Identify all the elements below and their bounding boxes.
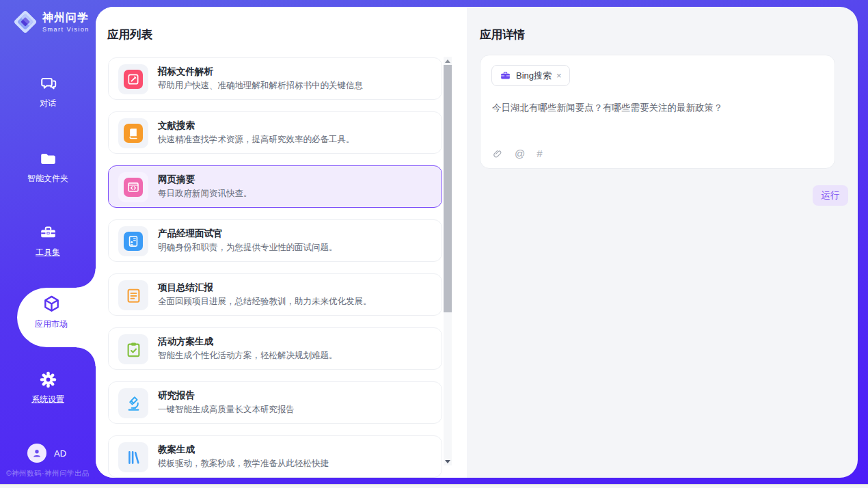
app-icon-container [118, 118, 148, 148]
app-card[interactable]: 招标文件解析 帮助用户快速、准确地理解和解析招标书中的关键信息 [108, 57, 442, 100]
app-icon-container [118, 388, 148, 418]
icon-book [124, 124, 143, 143]
sidebar-item-label: 应用市场 [17, 318, 85, 330]
app-card-description: 快速精准查找学术资源，提高研究效率的必备工具。 [158, 134, 355, 146]
diamond-logo-icon [12, 9, 38, 35]
sidebar-item-label: 工具集 [0, 247, 96, 258]
hash-icon[interactable]: # [537, 148, 542, 159]
icon-pen-square [124, 70, 143, 89]
icon-clipboard-check [124, 340, 143, 359]
bubble-fillet-top [77, 269, 96, 288]
app-icon-container [118, 64, 148, 94]
sidebar-item-label: 智能文件夹 [0, 173, 96, 185]
paperclip-icon[interactable] [492, 148, 503, 159]
app-icon-container [118, 226, 148, 256]
app-icon-container [118, 442, 148, 472]
sidebar: 神州问学 Smart Vision 对话 智能文件夹 [0, 0, 96, 488]
app-list-panel: 应用列表 招标文件解析 帮助用户快速、准确地理解和解析招标书中的关键信息 [96, 7, 467, 478]
main-content: 应用列表 招标文件解析 帮助用户快速、准确地理解和解析招标书中的关键信息 [96, 7, 858, 478]
bottom-edge-strip [0, 484, 868, 488]
app-card-description: 模板驱动，教案秒成，教学准备从此轻松快捷 [158, 458, 329, 470]
app-card-title: 产品经理面试官 [158, 228, 223, 240]
app-detail-panel: 应用详情 Bing搜索 × 今日湖北有哪些新闻要点？有哪些需要关注的最新政策？ [467, 7, 858, 478]
app-card-title: 招标文件解析 [158, 66, 213, 78]
icon-books [124, 448, 143, 467]
app-card-list: 招标文件解析 帮助用户快速、准确地理解和解析招标书中的关键信息 文献搜索 快速精… [108, 57, 442, 478]
sidebar-item-app-market[interactable]: 应用市场 [17, 294, 85, 330]
sidebar-item-label: 对话 [0, 98, 96, 109]
brand-title: 神州问学 [42, 11, 90, 25]
app-card[interactable]: 文献搜索 快速精准查找学术资源，提高研究效率的必备工具。 [108, 111, 442, 154]
app-card-description: 一键智能生成高质量长文本研究报告 [158, 404, 295, 416]
tool-chip-label: Bing搜索 [516, 70, 552, 82]
app-card-description: 帮助用户快速、准确地理解和解析招标书中的关键信息 [158, 80, 363, 92]
app-card-description: 明确身份和职责，为您提供专业性的面试问题。 [158, 242, 338, 254]
app-card-title: 研究报告 [158, 390, 195, 402]
copyright-footer: ©神州数码·神州问学出品 [0, 469, 96, 478]
icon-microscope [124, 394, 143, 413]
icon-note [124, 286, 143, 305]
app-card[interactable]: 活动方案生成 智能生成个性化活动方案，轻松解决规划难题。 [108, 327, 442, 370]
icon-browser-code [124, 178, 143, 197]
app-card-title: 项目总结汇报 [158, 282, 213, 294]
scrollbar-up-arrow-icon[interactable] [444, 57, 452, 65]
app-card-description: 全面回顾项目进展，总结经验教训，助力未来优化发展。 [158, 296, 372, 308]
app-icon-container [118, 172, 148, 202]
app-card-description: 每日政府新闻资讯快查。 [158, 188, 252, 200]
at-icon[interactable]: @ [515, 148, 525, 159]
app-card[interactable]: 网页摘要 每日政府新闻资讯快查。 [108, 165, 442, 208]
query-input[interactable]: 今日湖北有哪些新闻要点？有哪些需要关注的最新政策？ [492, 102, 820, 114]
app-list-title: 应用列表 [107, 27, 152, 42]
bubble-fillet-bottom [77, 347, 96, 366]
scrollbar-thumb[interactable] [444, 65, 452, 312]
briefcase-icon [500, 70, 511, 81]
brand-logo: 神州问学 Smart Vision [12, 9, 90, 35]
app-card[interactable]: 研究报告 一键智能生成高质量长文本研究报告 [108, 381, 442, 424]
app-list-scrollbar[interactable] [444, 57, 452, 465]
sidebar-item-smart-folder[interactable]: 智能文件夹 [0, 150, 96, 185]
app-card-title: 文献搜索 [158, 120, 195, 132]
sidebar-item-label: 系统设置 [0, 394, 96, 405]
app-card[interactable]: 项目总结汇报 全面回顾项目进展，总结经验教训，助力未来优化发展。 [108, 273, 442, 316]
avatar [27, 444, 46, 463]
app-card-title: 活动方案生成 [158, 336, 213, 348]
sidebar-item-settings[interactable]: 系统设置 [0, 370, 96, 405]
app-card[interactable]: 教案生成 模板驱动，教案秒成，教学准备从此轻松快捷 [108, 435, 442, 478]
person-icon [31, 447, 43, 459]
brand-subtitle: Smart Vision [42, 26, 90, 33]
folder-icon [39, 150, 57, 168]
app-icon-container [118, 334, 148, 364]
gear-icon [39, 370, 57, 389]
prompt-input-card[interactable]: Bing搜索 × 今日湖北有哪些新闻要点？有哪些需要关注的最新政策？ @ # [480, 55, 835, 169]
chat-icon [39, 74, 57, 93]
input-toolbar: @ # [492, 148, 543, 159]
tool-chip-bing-search[interactable]: Bing搜索 × [491, 65, 570, 86]
chip-close-icon[interactable]: × [556, 71, 562, 80]
user-account[interactable]: AD [27, 444, 66, 463]
icon-person-doc [124, 232, 143, 251]
app-card-description: 智能生成个性化活动方案，轻松解决规划难题。 [158, 350, 338, 362]
app-card[interactable]: 产品经理面试官 明确身份和职责，为您提供专业性的面试问题。 [108, 219, 442, 262]
app-card-title: 网页摘要 [158, 174, 195, 186]
run-button[interactable]: 运行 [813, 185, 848, 206]
app-window: 神州问学 Smart Vision 对话 智能文件夹 [0, 0, 868, 488]
user-initials: AD [54, 448, 66, 459]
scrollbar-down-arrow-icon[interactable] [444, 457, 452, 465]
sidebar-item-toolset[interactable]: 工具集 [0, 223, 96, 258]
app-card-title: 教案生成 [158, 444, 195, 456]
toolbox-icon [39, 223, 57, 242]
cube-icon [41, 294, 62, 315]
sidebar-item-chat[interactable]: 对话 [0, 74, 96, 109]
app-detail-title: 应用详情 [480, 27, 525, 42]
app-icon-container [118, 280, 148, 310]
